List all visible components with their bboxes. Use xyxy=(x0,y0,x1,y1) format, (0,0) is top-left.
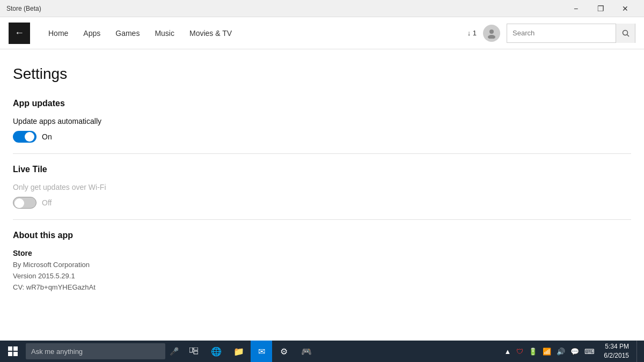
svg-rect-4 xyxy=(8,346,12,351)
svg-line-3 xyxy=(627,34,629,36)
nav-links: Home Apps Games Music Movies & TV xyxy=(41,17,467,49)
back-button[interactable]: ← xyxy=(9,23,30,44)
svg-rect-8 xyxy=(189,348,193,352)
microphone-icon[interactable]: 🎤 xyxy=(170,347,179,356)
wifi-updates-toggle-row: Off xyxy=(13,197,631,209)
svg-rect-5 xyxy=(13,346,18,351)
update-apps-label: Update apps automatically xyxy=(13,117,631,125)
antivirus-icon[interactable]: 🛡 xyxy=(515,348,525,356)
about-version: Version 2015.5.29.1 xyxy=(13,271,631,282)
system-clock[interactable]: 5:34 PM 6/2/2015 xyxy=(599,342,633,360)
nav-bar: ← Home Apps Games Music Movies & TV ↓ 1 xyxy=(0,17,644,49)
close-button[interactable]: ✕ xyxy=(613,0,638,17)
svg-rect-6 xyxy=(8,352,12,356)
clock-time: 5:34 PM xyxy=(604,342,629,351)
svg-point-1 xyxy=(488,35,495,39)
search-box xyxy=(507,24,635,43)
window-title: Store (Beta) xyxy=(6,5,41,12)
game-icon[interactable]: 🎮 xyxy=(296,341,317,362)
nav-games[interactable]: Games xyxy=(108,17,147,49)
back-icon: ← xyxy=(14,27,24,39)
wifi-updates-toggle[interactable] xyxy=(13,197,36,209)
network-icon[interactable]: 📶 xyxy=(541,348,553,356)
user-avatar[interactable] xyxy=(483,25,500,42)
about-app-name: Store xyxy=(13,249,631,257)
start-button[interactable] xyxy=(2,341,24,362)
nav-music[interactable]: Music xyxy=(147,17,182,49)
wifi-updates-label: Only get updates over Wi-Fi xyxy=(13,183,631,191)
divider-1 xyxy=(13,153,631,154)
task-view-button[interactable] xyxy=(183,341,204,362)
settings-icon[interactable]: ⚙ xyxy=(273,341,295,362)
tray-arrow[interactable]: ▲ xyxy=(502,348,513,356)
section-live-tile: Live Tile Only get updates over Wi-Fi Of… xyxy=(13,165,631,209)
nav-movies-tv[interactable]: Movies & TV xyxy=(182,17,239,49)
svg-rect-9 xyxy=(194,348,198,350)
minimize-button[interactable]: − xyxy=(564,0,588,17)
about-cv: CV: wR7b+qmYHEGazhAt xyxy=(13,282,631,293)
keyboard-icon[interactable]: ⌨ xyxy=(583,348,596,356)
search-button[interactable] xyxy=(616,24,635,43)
clock-date: 6/2/2015 xyxy=(604,351,629,360)
battery-icon[interactable]: 🔋 xyxy=(527,348,539,356)
section-app-updates: App updates Update apps automatically On xyxy=(13,99,631,143)
search-icon xyxy=(622,29,630,37)
about-title: About this app xyxy=(13,231,631,240)
nav-right: ↓ 1 xyxy=(467,24,635,43)
system-tray: ▲ 🛡 🔋 📶 🔊 💬 ⌨ xyxy=(502,348,596,356)
toggle-thumb xyxy=(25,132,34,142)
about-developer: By Microsoft Corporation xyxy=(13,260,631,271)
taskbar: 🎤 🌐 📁 ✉ ⚙ 🎮 ▲ 🛡 🔋 📶 🔊 💬 ⌨ 5:34 PM 6/2/20… xyxy=(0,341,644,362)
svg-point-0 xyxy=(489,29,494,34)
user-icon xyxy=(486,28,497,39)
explorer-icon[interactable]: 📁 xyxy=(228,341,250,362)
taskbar-app-icons: 🌐 📁 ✉ ⚙ 🎮 xyxy=(183,341,317,362)
download-badge[interactable]: ↓ 1 xyxy=(467,29,477,37)
update-apps-toggle-status: On xyxy=(42,132,52,141)
outlook-icon[interactable]: ✉ xyxy=(251,341,272,362)
svg-rect-10 xyxy=(194,351,198,354)
restore-button[interactable]: ❐ xyxy=(588,0,613,17)
update-apps-toggle[interactable] xyxy=(13,131,36,143)
svg-rect-7 xyxy=(13,352,18,356)
divider-2 xyxy=(13,219,631,220)
taskbar-search-input[interactable] xyxy=(26,343,165,359)
page-title: Settings xyxy=(13,65,631,83)
volume-icon[interactable]: 🔊 xyxy=(555,348,567,356)
toggle-thumb-off xyxy=(14,198,24,208)
notification-icon[interactable]: 💬 xyxy=(569,348,581,356)
wifi-toggle-status: Off xyxy=(42,198,52,207)
update-apps-toggle-row: On xyxy=(13,131,631,143)
edge-icon[interactable]: 🌐 xyxy=(206,341,227,362)
nav-apps[interactable]: Apps xyxy=(76,17,108,49)
section-about: About this app Store By Microsoft Corpor… xyxy=(13,231,631,293)
live-tile-title: Live Tile xyxy=(13,165,631,174)
main-content: Settings App updates Update apps automat… xyxy=(0,49,644,341)
task-view-icon xyxy=(189,348,198,355)
window-controls: − ❐ ✕ xyxy=(564,0,638,17)
svg-point-2 xyxy=(623,30,627,35)
show-desktop-button[interactable] xyxy=(636,341,640,362)
download-count: ↓ 1 xyxy=(467,29,477,37)
taskbar-right: ▲ 🛡 🔋 📶 🔊 💬 ⌨ 5:34 PM 6/2/2015 xyxy=(502,341,642,362)
title-bar: Store (Beta) − ❐ ✕ xyxy=(0,0,644,17)
nav-home[interactable]: Home xyxy=(41,17,76,49)
app-updates-title: App updates xyxy=(13,99,631,108)
windows-icon xyxy=(8,346,18,356)
search-input[interactable] xyxy=(507,24,616,42)
